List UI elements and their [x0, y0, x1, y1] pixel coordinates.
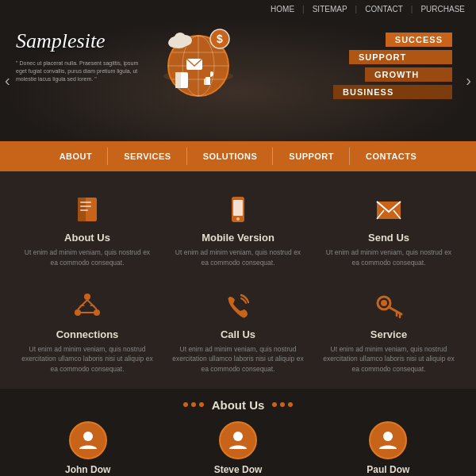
feature-mobile-text: Ut enim ad minim veniam, quis nostrud ex…	[171, 248, 305, 268]
feature-about-title: About Us	[21, 232, 154, 244]
svg-point-42	[83, 432, 93, 441]
top-navigation: HOME | SITEMAP | CONTACT | PURCHASE	[0, 0, 476, 18]
badge-success: SUCCESS	[386, 33, 452, 47]
feature-call-text: Ut enim ad minim veniam, quis nostrud ex…	[171, 344, 305, 374]
feature-about-text: Ut enim ad minim veniam, quis nostrud ex…	[21, 248, 154, 268]
phone-icon	[221, 289, 255, 324]
avatar-john	[69, 421, 107, 459]
avatar-steve	[219, 421, 257, 459]
team-member-paul: Paul Dow Ut enim ad minim veniam, quis n…	[317, 421, 460, 476]
feature-service-text: Ut enim ad minim veniam, quis nostrud ex…	[322, 344, 455, 374]
badge-growth: GROWTH	[365, 67, 452, 82]
svg-rect-17	[204, 79, 206, 85]
dot-1	[183, 402, 188, 407]
globe-icon: $	[155, 25, 242, 115]
site-logo: Samplesite	[16, 29, 106, 53]
dot-4	[272, 402, 277, 407]
prev-arrow[interactable]: ‹	[5, 71, 10, 89]
svg-point-43	[233, 432, 243, 441]
feature-service-title: Service	[322, 328, 455, 340]
feature-about: About Us Ut enim ad minim veniam, quis n…	[16, 186, 159, 274]
feature-call-title: Call Us	[171, 328, 305, 340]
feature-connections-title: Connections	[21, 328, 154, 340]
nav-purchase[interactable]: PURCHASE	[420, 5, 465, 13]
mail-icon	[371, 192, 406, 227]
dots-right	[272, 402, 293, 407]
nav-services[interactable]: SERVICES	[108, 141, 186, 171]
svg-point-29	[84, 294, 90, 300]
svg-text:$: $	[217, 33, 223, 45]
about-header: About Us	[16, 398, 460, 412]
badge-group: SUCCESS SUPPORT GROWTH BUSINESS	[333, 33, 452, 99]
mobile-icon	[221, 192, 255, 227]
svg-point-25	[236, 217, 240, 221]
dots-left	[183, 402, 204, 407]
about-title: About Us	[212, 398, 265, 412]
dot-2	[191, 402, 196, 407]
feature-connections: Connections Ut enim ad minim veniam, qui…	[16, 282, 159, 381]
next-arrow[interactable]: ›	[466, 71, 471, 89]
nav-contact[interactable]: CONTACT	[365, 5, 403, 13]
nav-sitemap[interactable]: SITEMAP	[313, 5, 347, 13]
svg-point-13	[175, 33, 186, 42]
svg-point-38	[381, 300, 387, 306]
feature-call: Call Us Ut enim ad minim veniam, quis no…	[167, 282, 309, 381]
features-section: About Us Ut enim ad minim veniam, quis n…	[0, 171, 476, 389]
nav-solutions[interactable]: SOLUTIONS	[187, 141, 274, 171]
hero-section: Samplesite " Donec ut placerat nulla. Pr…	[0, 18, 476, 141]
key-icon	[371, 289, 406, 324]
feature-connections-text: Ut enim ad minim veniam, quis nostrud ex…	[21, 344, 154, 374]
dot-6	[288, 402, 293, 407]
connections-icon	[70, 289, 105, 324]
nav-home[interactable]: HOME	[271, 5, 294, 13]
feature-send-text: Ut enim ad minim veniam, quis nostrud ex…	[322, 248, 455, 268]
avatar-paul	[369, 421, 407, 459]
features-grid: About Us Ut enim ad minim veniam, quis n…	[16, 186, 460, 381]
team-name-steve: Steve Dow	[171, 464, 305, 475]
dot-3	[199, 402, 204, 407]
main-navigation: ABOUT SERVICES SOLUTIONS SUPPORT CONTACT…	[0, 141, 476, 171]
nav-contacts[interactable]: CONTACTS	[350, 141, 432, 171]
svg-rect-22	[80, 209, 88, 211]
team-grid: John Dow Ut enim ad minim veniam, quis n…	[16, 421, 460, 476]
feature-send-title: Send Us	[322, 232, 455, 244]
team-member-steve: Steve Dow Ut enim ad minim veniam, quis …	[166, 421, 309, 476]
svg-rect-20	[80, 202, 91, 203]
svg-rect-21	[80, 205, 91, 207]
team-name-paul: Paul Dow	[321, 464, 455, 475]
feature-service: Service Ut enim ad minim veniam, quis no…	[317, 282, 460, 381]
hero-tagline: " Donec ut placerat nulla. Praesent sagi…	[16, 60, 143, 83]
badge-support: SUPPORT	[349, 50, 452, 64]
feature-mobile: Mobile Version Ut enim ad minim veniam, …	[167, 186, 309, 274]
book-icon	[70, 192, 105, 227]
feature-send: Send Us Ut enim ad minim veniam, quis no…	[317, 186, 460, 274]
team-member-john: John Dow Ut enim ad minim veniam, quis n…	[16, 421, 159, 476]
svg-rect-24	[233, 200, 243, 216]
feature-mobile-title: Mobile Version	[171, 232, 305, 244]
svg-point-44	[383, 432, 393, 441]
team-name-john: John Dow	[21, 464, 155, 475]
nav-about[interactable]: ABOUT	[44, 141, 109, 171]
about-section: About Us John Dow Ut enim ad minim venia…	[0, 389, 476, 476]
svg-rect-16	[175, 72, 181, 88]
dot-5	[280, 402, 285, 407]
nav-support[interactable]: SUPPORT	[273, 141, 350, 171]
badge-business: BUSINESS	[333, 85, 452, 99]
